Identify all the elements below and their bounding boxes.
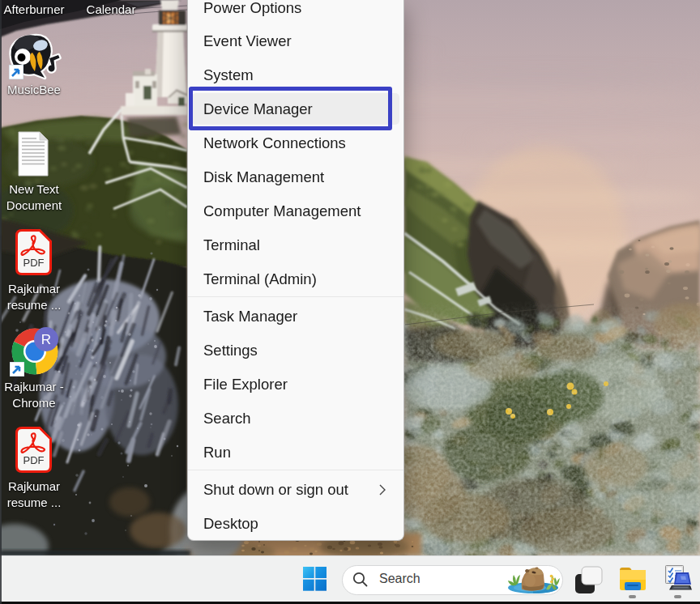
svg-text:R: R [41, 332, 51, 347]
svg-text:PDF: PDF [23, 257, 45, 269]
svg-text:PDF: PDF [23, 454, 45, 466]
